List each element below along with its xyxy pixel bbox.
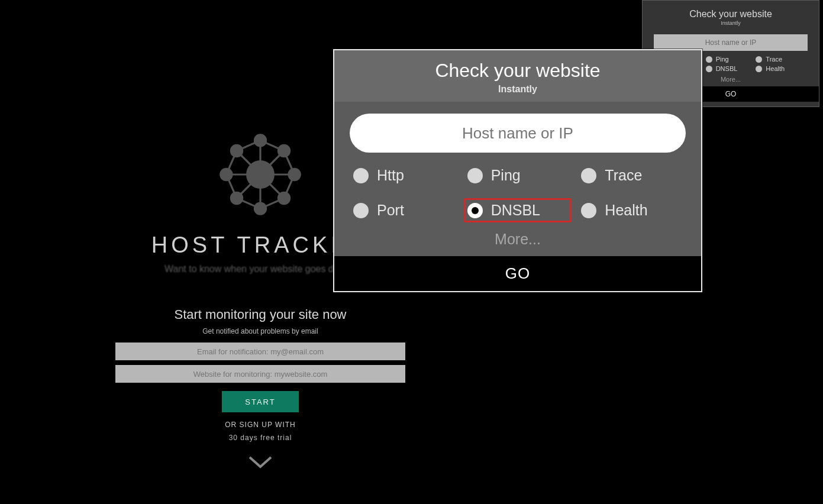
trial-label: 30 days free trial [229, 434, 292, 442]
option-label: DNSBL [491, 202, 540, 219]
option-port[interactable]: Port [350, 198, 458, 222]
option-label: Trace [605, 167, 642, 184]
option-dnsbl[interactable]: DNSBL [464, 198, 572, 222]
modal-body: Http Ping Trace Port DNSBL Health [334, 102, 701, 256]
host-input[interactable] [350, 114, 686, 153]
logo-icon [213, 127, 308, 222]
radio-icon [353, 168, 369, 183]
radio-icon [581, 203, 596, 218]
small-panel-title: Check your website [643, 9, 819, 20]
chevron-down-icon[interactable] [247, 455, 273, 470]
option-label: Http [377, 167, 404, 184]
option-label: Port [377, 202, 404, 219]
check-website-modal: Check your website Instantly Http Ping T… [333, 49, 702, 292]
small-option-trace[interactable]: Trace [756, 56, 806, 63]
option-http[interactable]: Http [350, 163, 458, 188]
email-field[interactable] [115, 343, 405, 360]
start-button[interactable]: START [222, 391, 299, 412]
modal-header: Check your website Instantly [334, 50, 701, 102]
option-label: Health [605, 202, 647, 219]
radio-icon [467, 168, 483, 183]
small-option-health[interactable]: Health [756, 65, 806, 72]
brand-tagline: Want to know when your website goes down… [164, 264, 356, 274]
radio-icon [353, 203, 369, 218]
more-link[interactable]: More... [350, 231, 686, 248]
small-panel-header: Check your website Instantly [643, 1, 819, 28]
modal-subtitle: Instantly [334, 84, 701, 95]
go-button[interactable]: GO [334, 256, 701, 291]
radio-icon [706, 56, 712, 63]
modal-title: Check your website [334, 60, 701, 82]
option-ping[interactable]: Ping [464, 163, 572, 188]
check-type-options: Http Ping Trace Port DNSBL Health [350, 163, 686, 222]
radio-icon [756, 66, 762, 72]
radio-icon [467, 203, 483, 218]
website-field[interactable] [115, 365, 405, 383]
radio-icon [581, 168, 596, 183]
monitoring-title: Start monitoring your site now [174, 307, 346, 322]
small-host-input[interactable] [654, 34, 808, 51]
option-trace[interactable]: Trace [577, 163, 686, 188]
radio-icon [706, 66, 712, 72]
option-health[interactable]: Health [577, 198, 686, 222]
small-option-dnsbl[interactable]: DNSBL [706, 65, 756, 72]
small-panel-subtitle: Instantly [643, 20, 819, 26]
monitoring-subtext: Get notified about problems by email [202, 327, 318, 335]
or-sign-up-label: OR SIGN UP WITH [225, 421, 295, 429]
radio-icon [756, 56, 762, 63]
option-label: Ping [491, 167, 521, 184]
small-option-ping[interactable]: Ping [706, 56, 756, 63]
